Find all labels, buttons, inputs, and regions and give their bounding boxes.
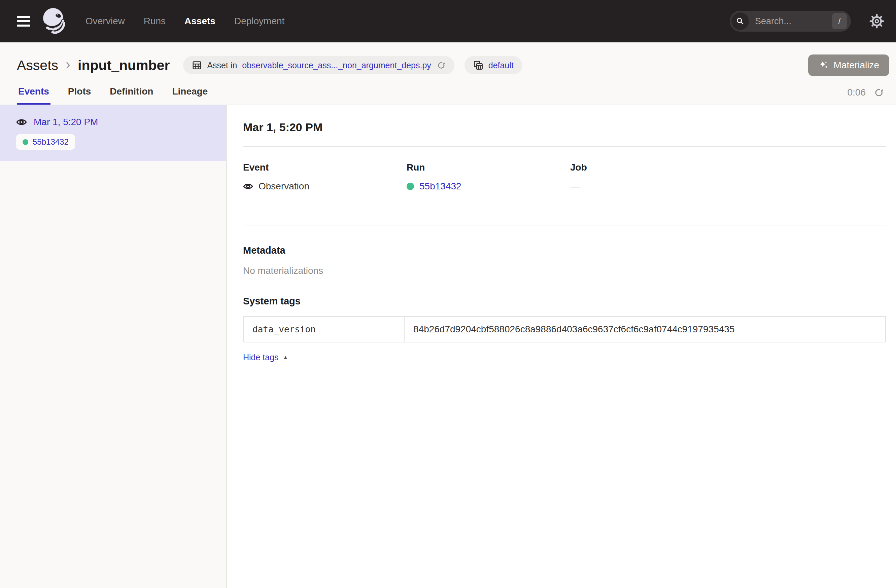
tab-events[interactable]: Events bbox=[17, 86, 50, 105]
breadcrumb: Assets input_number Asset in observable_… bbox=[0, 43, 896, 76]
sparkle-icon bbox=[818, 60, 829, 71]
dagster-logo-icon[interactable] bbox=[41, 8, 69, 35]
global-search[interactable]: / bbox=[730, 11, 851, 32]
job-column-label: Job bbox=[570, 162, 886, 173]
run-column: Run 55b13432 bbox=[407, 162, 570, 192]
event-list-item-selected[interactable]: Mar 1, 5:20 PM 55b13432 bbox=[0, 105, 226, 161]
code-location-link[interactable]: default bbox=[488, 61, 514, 70]
run-status-dot bbox=[23, 139, 28, 145]
auto-refresh: 0:06 bbox=[847, 87, 884, 105]
event-summary-columns: Event Observation Run 55b13432 bbox=[243, 147, 886, 225]
chevron-up-icon: ▲ bbox=[283, 354, 288, 361]
run-id-tag[interactable]: 55b13432 bbox=[16, 134, 75, 150]
job-column: Job — bbox=[570, 162, 886, 192]
observation-eye-icon bbox=[16, 117, 27, 128]
event-detail-pane: Mar 1, 5:20 PM Event Observation Run bbox=[227, 105, 896, 588]
tag-key-cell: data_version bbox=[243, 316, 404, 342]
run-column-label: Run bbox=[407, 162, 570, 173]
observation-eye-icon bbox=[243, 181, 253, 191]
tab-definition[interactable]: Definition bbox=[108, 86, 154, 105]
tab-lineage[interactable]: Lineage bbox=[171, 86, 209, 105]
search-icon bbox=[731, 12, 749, 30]
breadcrumb-assets-link[interactable]: Assets bbox=[17, 58, 58, 73]
nav-item-deployment[interactable]: Deployment bbox=[234, 16, 284, 27]
repo-grid-icon bbox=[473, 60, 483, 70]
event-type-value: Observation bbox=[259, 181, 309, 192]
hide-tags-link[interactable]: Hide tags ▲ bbox=[243, 352, 288, 362]
event-column: Event Observation bbox=[243, 162, 407, 192]
page-header: Assets input_number Asset in observable_… bbox=[0, 43, 896, 105]
content-area: Mar 1, 5:20 PM 55b13432 Mar 1, 5:20 PM E… bbox=[0, 105, 896, 588]
system-tags-table: data_version 84b26d7d9204cbf588026c8a988… bbox=[243, 316, 886, 342]
nav-item-runs[interactable]: Runs bbox=[144, 16, 166, 27]
job-value: — bbox=[570, 181, 886, 192]
reload-definitions-icon[interactable] bbox=[436, 61, 446, 70]
asset-chip-prefix: Asset in bbox=[207, 61, 237, 70]
table-row: data_version 84b26d7d9204cbf588026c8a988… bbox=[243, 316, 885, 342]
event-list-sidebar: Mar 1, 5:20 PM 55b13432 bbox=[0, 105, 227, 588]
asset-definition-chip[interactable]: Asset in observable_source_ass..._non_ar… bbox=[183, 56, 454, 74]
search-input[interactable] bbox=[754, 16, 832, 27]
metadata-empty-text: No materializations bbox=[243, 265, 886, 276]
page-title: input_number bbox=[78, 58, 170, 73]
run-id-link[interactable]: 55b13432 bbox=[419, 181, 462, 192]
event-date-label: Mar 1, 5:20 PM bbox=[34, 117, 98, 128]
tag-value-cell: 84b26d7d9204cbf588026c8a9886d403a6c9637c… bbox=[404, 316, 885, 342]
table-grid-icon bbox=[192, 60, 202, 70]
chevron-right-icon bbox=[63, 60, 73, 70]
event-detail-title: Mar 1, 5:20 PM bbox=[243, 121, 886, 134]
tab-bar: Events Plots Definition Lineage 0:06 bbox=[0, 76, 896, 105]
system-tags-heading: System tags bbox=[243, 296, 886, 307]
materialize-button[interactable]: Materialize bbox=[808, 55, 889, 76]
refresh-icon[interactable] bbox=[873, 87, 884, 98]
search-shortcut-badge: / bbox=[832, 13, 847, 29]
asset-definition-link[interactable]: observable_source_ass..._non_argument_de… bbox=[242, 61, 431, 70]
top-nav-bar: Overview Runs Assets Deployment / bbox=[0, 0, 896, 43]
run-status-dot bbox=[407, 183, 414, 190]
app-root: Overview Runs Assets Deployment / bbox=[0, 0, 896, 588]
hide-tags-label: Hide tags bbox=[243, 352, 279, 362]
metadata-heading: Metadata bbox=[243, 245, 886, 256]
primary-nav: Overview Runs Assets Deployment bbox=[85, 16, 284, 27]
code-location-chip[interactable]: default bbox=[465, 56, 523, 74]
materialize-button-label: Materialize bbox=[834, 60, 879, 71]
refresh-countdown: 0:06 bbox=[847, 87, 866, 98]
run-id-tag-label: 55b13432 bbox=[33, 137, 69, 147]
tab-plots[interactable]: Plots bbox=[67, 86, 92, 105]
nav-item-overview[interactable]: Overview bbox=[85, 16, 125, 27]
nav-item-assets[interactable]: Assets bbox=[184, 16, 215, 27]
settings-gear-icon[interactable] bbox=[869, 14, 885, 29]
event-column-label: Event bbox=[243, 162, 407, 173]
hamburger-menu-icon[interactable] bbox=[17, 16, 30, 27]
